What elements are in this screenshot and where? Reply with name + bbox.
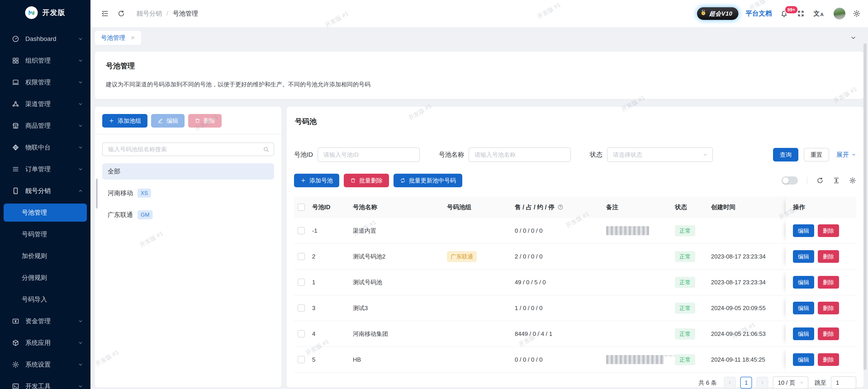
redacted-remark: [606, 355, 675, 356]
delete-row-button[interactable]: 删除: [818, 250, 839, 263]
reset-button[interactable]: 重置: [804, 148, 829, 161]
delete-row-button[interactable]: 删除: [818, 225, 839, 237]
batch-delete-button[interactable]: 批量删除: [344, 174, 389, 187]
sidebar-item[interactable]: 物联中台: [0, 139, 90, 156]
tab-options-chevron-icon[interactable]: [850, 34, 857, 41]
add-group-button[interactable]: 添加池组: [102, 114, 148, 127]
search-icon: [263, 146, 270, 153]
page-number-button[interactable]: 1: [740, 377, 752, 389]
avatar[interactable]: [834, 8, 845, 20]
vip-level-label: 超会V10: [709, 10, 733, 18]
sidebar-item[interactable]: 权限管理: [0, 73, 90, 91]
add-pool-button[interactable]: 添加号池: [294, 174, 339, 187]
edit-row-button[interactable]: 编辑: [793, 276, 814, 289]
group-item[interactable]: 河南移动XS: [102, 185, 274, 201]
platform-docs-link[interactable]: 平台文档: [746, 9, 772, 18]
search-button[interactable]: 查询: [773, 148, 798, 161]
row-checkbox[interactable]: [298, 356, 305, 363]
sidebar-item[interactable]: 资金管理: [0, 312, 90, 330]
sidebar-subitem[interactable]: 加价规则: [4, 247, 87, 265]
column-header: 号池ID: [312, 203, 353, 211]
window-scrollbar[interactable]: [864, 43, 867, 370]
row-checkbox[interactable]: [298, 253, 305, 260]
status-select[interactable]: 请选择状态: [607, 147, 713, 162]
sidebar-subitem[interactable]: 号码管理: [4, 225, 87, 243]
expand-filters-link[interactable]: 展开: [836, 150, 856, 159]
breadcrumb-root[interactable]: 靓号分销: [136, 9, 162, 18]
plus-icon: [300, 178, 306, 183]
table-row: 3测试31 / 0 / 0 / 0正常2024-09-05 20:09:55编辑…: [294, 295, 856, 321]
cell-pool-name: 河南移动集团: [353, 330, 447, 338]
refresh-page-icon[interactable]: [116, 8, 127, 19]
cell-status: 正常: [675, 277, 711, 288]
pool-name-input[interactable]: [469, 147, 571, 162]
row-checkbox[interactable]: [298, 227, 305, 234]
sidebar-item[interactable]: 订单管理: [0, 160, 90, 178]
sidebar-subitem-active[interactable]: 号池管理: [4, 204, 87, 222]
pool-id-input[interactable]: [317, 147, 420, 162]
tab-pool-management[interactable]: 号池管理: [95, 31, 141, 45]
edit-group-button[interactable]: 编辑: [151, 114, 185, 127]
cell-actions: 编辑删除: [786, 321, 856, 347]
sidebar-item[interactable]: 开发工具: [0, 377, 90, 389]
divider: [807, 177, 807, 184]
delete-row-button[interactable]: 删除: [818, 276, 839, 289]
number-pool-panel: 号码池 号池ID 号池名称 状态 请选择: [287, 107, 864, 387]
row-checkbox[interactable]: [298, 304, 305, 312]
column-settings-icon[interactable]: [849, 177, 856, 184]
table-row: 5HB0 / 0 / 0 / 0正常2024-09-11 18:45:25编辑删…: [294, 347, 856, 373]
delete-group-button[interactable]: 删除: [188, 114, 222, 127]
terminal-icon: [12, 383, 20, 389]
sidebar-item[interactable]: 系统设置: [0, 356, 90, 373]
edit-row-button[interactable]: 编辑: [793, 328, 814, 340]
refresh-table-icon[interactable]: [816, 177, 824, 184]
collapse-sidebar-icon[interactable]: [99, 8, 111, 19]
group-search-input[interactable]: [102, 143, 274, 156]
pool-group-tag: 广东联通: [447, 251, 477, 262]
delete-row-button[interactable]: 删除: [818, 353, 839, 366]
row-height-icon[interactable]: [833, 177, 840, 184]
edit-row-button[interactable]: 编辑: [793, 225, 814, 237]
group-name: 广东联通: [107, 211, 133, 219]
sidebar-item[interactable]: 商品管理: [0, 117, 90, 135]
sidebar-subitem[interactable]: 分佣规则: [4, 269, 87, 287]
gear-icon: [849, 177, 856, 184]
sidebar-item[interactable]: Dashboard: [0, 30, 90, 48]
tab-label: 号池管理: [101, 34, 125, 42]
edit-row-button[interactable]: 编辑: [793, 353, 814, 366]
tab-bar: 号池管理: [90, 27, 868, 49]
prev-page-button[interactable]: [724, 377, 736, 389]
group-list-scrollbar[interactable]: [96, 179, 98, 209]
chevron-down-icon: [78, 145, 83, 150]
edit-row-button[interactable]: 编辑: [793, 302, 814, 315]
close-tab-icon[interactable]: [130, 35, 135, 40]
jump-to-input[interactable]: [831, 376, 856, 389]
vip-badge[interactable]: 超会V10: [697, 7, 738, 20]
settings-gear-icon[interactable]: [852, 9, 861, 18]
status-label: 状态: [590, 150, 602, 159]
group-item[interactable]: 广东联通GM: [102, 207, 274, 223]
language-switch-icon[interactable]: 文A: [813, 10, 824, 17]
sidebar-item[interactable]: 渠道管理: [0, 95, 90, 113]
page-size-select[interactable]: 10 / 页: [773, 376, 808, 389]
delete-row-button[interactable]: 删除: [818, 302, 839, 315]
sidebar-item[interactable]: 靓号分销: [0, 182, 90, 200]
sidebar-menu: Dashboard组织管理权限管理渠道管理商品管理物联中台订单管理靓号分销号池管…: [0, 25, 90, 389]
delete-row-button[interactable]: 删除: [818, 328, 839, 340]
sidebar-item[interactable]: 组织管理: [0, 52, 90, 70]
reload-icon: [816, 177, 824, 184]
density-toggle[interactable]: [782, 176, 798, 184]
row-checkbox[interactable]: [298, 279, 305, 286]
jump-to-label: 跳至: [815, 379, 827, 387]
batch-update-button[interactable]: 批量更新池中号码: [394, 174, 462, 187]
sidebar-subitem[interactable]: 号码导入: [4, 290, 87, 308]
cube-icon: [12, 339, 20, 347]
select-all-checkbox[interactable]: [298, 204, 305, 211]
row-checkbox[interactable]: [298, 330, 305, 337]
notifications-button[interactable]: 99+: [780, 9, 788, 18]
next-page-button[interactable]: [756, 377, 768, 389]
group-item[interactable]: 全部: [102, 163, 274, 180]
logo-row[interactable]: 开发版: [0, 0, 90, 25]
edit-row-button[interactable]: 编辑: [793, 250, 814, 263]
sidebar-item[interactable]: 系统应用: [0, 334, 90, 352]
